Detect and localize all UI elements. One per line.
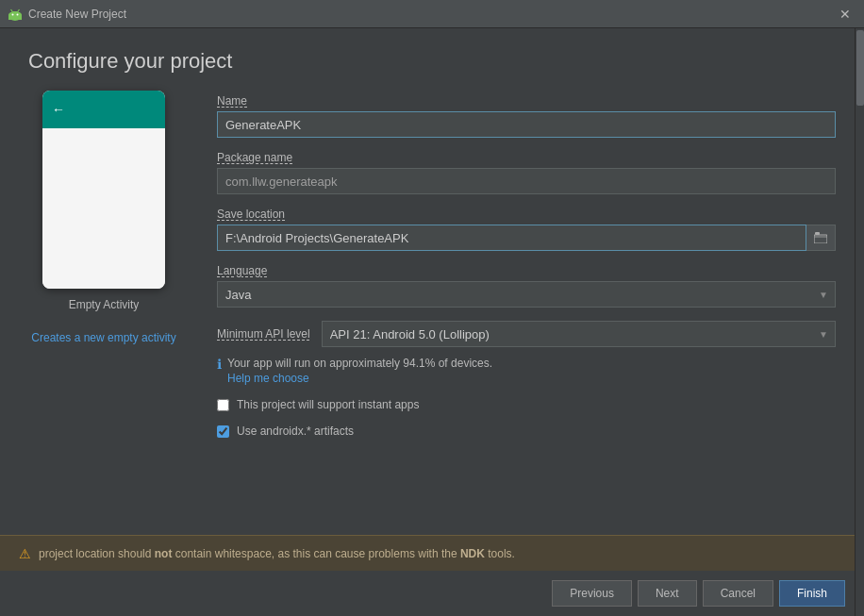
cancel-button[interactable]: Cancel (703, 580, 773, 607)
package-name-group: Package name (217, 151, 836, 194)
name-label: Name (217, 94, 836, 108)
name-input[interactable] (217, 111, 836, 138)
svg-rect-8 (815, 232, 820, 235)
android-logo-icon (8, 7, 23, 22)
help-me-choose-link[interactable]: Help me choose (227, 372, 492, 385)
footer: Previous Next Cancel Finish (0, 571, 864, 616)
phone-body (42, 128, 165, 289)
phone-preview: ← (42, 91, 165, 289)
title-bar-left: Create New Project (8, 7, 126, 22)
previous-button[interactable]: Previous (552, 580, 632, 607)
androidx-row: Use androidx.* artifacts (217, 425, 836, 438)
api-info-suffix: of devices. (435, 357, 492, 370)
language-select[interactable]: Java Kotlin (217, 281, 836, 308)
save-location-label: Save location (217, 208, 836, 221)
svg-point-2 (8, 11, 22, 19)
page-title: Configure your project (0, 28, 864, 91)
body-area: ← Empty Activity Creates a new empty act… (0, 91, 864, 535)
instant-apps-checkbox[interactable] (217, 399, 229, 411)
api-info-text: Your app will run on approximately 94.1%… (227, 357, 492, 385)
browse-button[interactable] (806, 225, 836, 251)
main-content: Configure your project ← Empty Activity … (0, 28, 864, 616)
api-level-label: Minimum API level (217, 327, 310, 341)
api-info-row: ℹ Your app will run on approximately 94.… (217, 357, 836, 385)
language-group: Language Java Kotlin ▼ (217, 264, 836, 308)
instant-apps-row: This project will support instant apps (217, 398, 836, 411)
instant-apps-label: This project will support instant apps (237, 398, 419, 411)
finish-button[interactable]: Finish (779, 580, 845, 607)
scrollbar-track (855, 28, 864, 616)
api-level-row: Minimum API level API 21: Android 5.0 (L… (217, 321, 836, 347)
name-group: Name (217, 94, 836, 138)
api-info-prefix: Your app will run on approximately (227, 357, 403, 370)
save-location-input-row (217, 225, 836, 251)
phone-top-bar: ← (42, 91, 165, 128)
svg-point-4 (17, 13, 19, 15)
form-panel: Name Package name Save location (217, 91, 836, 535)
warning-text: project location should not contain whit… (39, 547, 515, 560)
close-button[interactable]: ✕ (834, 5, 856, 24)
package-name-label: Package name (217, 151, 836, 164)
androidx-checkbox[interactable] (217, 425, 229, 438)
warning-bar: ⚠ project location should not contain wh… (0, 535, 864, 571)
back-arrow-icon: ← (52, 102, 65, 117)
svg-point-3 (12, 13, 14, 15)
save-location-group: Save location (217, 208, 836, 251)
activity-label: Empty Activity (69, 298, 140, 311)
warning-text-content: project location should not contain whit… (39, 547, 515, 560)
scrollbar-thumb[interactable] (856, 30, 864, 106)
language-select-wrapper: Java Kotlin ▼ (217, 281, 836, 308)
title-bar: Create New Project ✕ (0, 0, 864, 28)
language-label: Language (217, 264, 836, 277)
svg-rect-7 (814, 235, 827, 243)
title-bar-title: Create New Project (28, 8, 126, 21)
svg-line-6 (18, 9, 20, 11)
package-name-input[interactable] (217, 168, 836, 194)
androidx-label: Use androidx.* artifacts (237, 425, 354, 438)
next-button[interactable]: Next (638, 580, 697, 607)
activity-description: Creates a new empty activity (31, 330, 175, 346)
preview-panel: ← Empty Activity Creates a new empty act… (28, 91, 179, 535)
warning-icon: ⚠ (19, 546, 31, 561)
api-level-select[interactable]: API 21: Android 5.0 (Lollipop) API 22: A… (322, 321, 836, 347)
svg-line-5 (11, 9, 13, 11)
info-icon: ℹ (217, 357, 222, 372)
api-level-select-wrapper: API 21: Android 5.0 (Lollipop) API 22: A… (322, 321, 836, 347)
save-location-input[interactable] (217, 225, 806, 251)
api-info-percent: 94.1% (403, 357, 435, 370)
